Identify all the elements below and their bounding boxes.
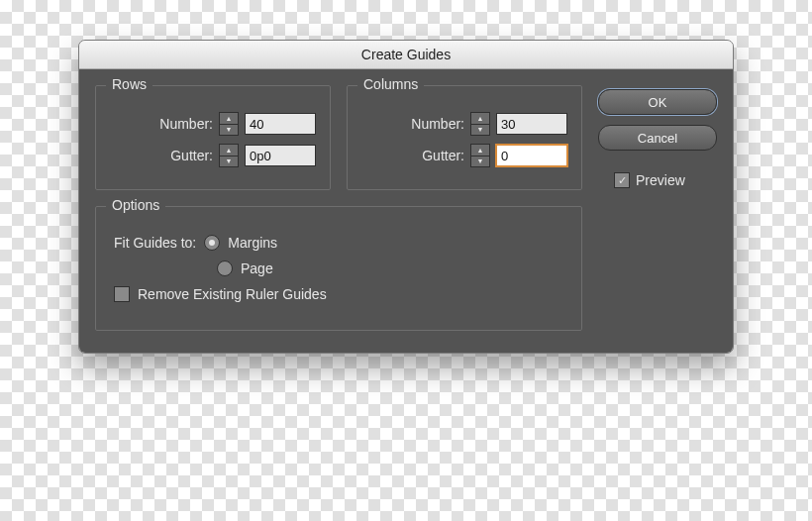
stepper-down-icon[interactable]: ▼ [471, 125, 489, 136]
columns-number-label: Number: [411, 116, 464, 132]
stepper-down-icon[interactable]: ▼ [220, 125, 238, 136]
rows-number-label: Number: [159, 116, 213, 132]
rows-number-input[interactable] [245, 113, 316, 135]
columns-gutter-row: Gutter: ▲ ▼ [361, 144, 567, 167]
stepper-up-icon[interactable]: ▲ [220, 145, 238, 156]
remove-guides-checkbox[interactable] [114, 286, 130, 302]
titlebar: Create Guides [79, 41, 733, 69]
columns-gutter-stepper[interactable]: ▲ ▼ [470, 144, 490, 167]
options-legend: Options [106, 197, 165, 213]
options-group: Options Fit Guides to: Margins Page Remo… [95, 206, 582, 331]
rows-gutter-stepper[interactable]: ▲ ▼ [219, 144, 239, 167]
columns-legend: Columns [357, 76, 424, 92]
page-label[interactable]: Page [241, 260, 273, 276]
columns-number-stepper[interactable]: ▲ ▼ [470, 112, 490, 136]
radio-page[interactable] [217, 260, 233, 276]
fit-page-row: Page [217, 260, 567, 276]
rows-columns-row: Rows Number: ▲ ▼ Gutter: ▲ ▼ [95, 85, 582, 190]
columns-number-input[interactable] [496, 113, 567, 135]
preview-label[interactable]: Preview [636, 172, 685, 188]
dialog-title: Create Guides [361, 47, 451, 62]
fit-guides-row: Fit Guides to: Margins [114, 235, 567, 251]
rows-number-row: Number: ▲ ▼ [110, 112, 316, 136]
stepper-up-icon[interactable]: ▲ [220, 113, 238, 125]
left-column: Rows Number: ▲ ▼ Gutter: ▲ ▼ [95, 85, 582, 331]
remove-guides-label[interactable]: Remove Existing Ruler Guides [138, 286, 327, 302]
create-guides-dialog: Create Guides Rows Number: ▲ ▼ Gutter [78, 40, 734, 354]
stepper-down-icon[interactable]: ▼ [220, 156, 238, 167]
remove-guides-row: Remove Existing Ruler Guides [114, 286, 567, 302]
rows-group: Rows Number: ▲ ▼ Gutter: ▲ ▼ [95, 85, 331, 190]
rows-gutter-label: Gutter: [170, 148, 213, 163]
dialog-body: Rows Number: ▲ ▼ Gutter: ▲ ▼ [79, 69, 733, 353]
stepper-up-icon[interactable]: ▲ [471, 145, 489, 156]
preview-checkbox[interactable]: ✓ [614, 172, 630, 188]
fit-guides-label: Fit Guides to: [114, 235, 196, 251]
stepper-up-icon[interactable]: ▲ [471, 113, 489, 125]
columns-gutter-label: Gutter: [422, 148, 464, 163]
columns-group: Columns Number: ▲ ▼ Gutter: ▲ ▼ [347, 85, 582, 190]
ok-button[interactable]: OK [598, 89, 717, 115]
right-column: OK Cancel ✓ Preview [598, 85, 717, 331]
margins-label[interactable]: Margins [228, 235, 277, 251]
rows-gutter-row: Gutter: ▲ ▼ [110, 144, 316, 167]
rows-gutter-input[interactable] [245, 145, 316, 166]
cancel-label: Cancel [638, 131, 677, 146]
cancel-button[interactable]: Cancel [598, 125, 717, 151]
columns-gutter-input[interactable] [496, 145, 567, 166]
ok-label: OK [649, 95, 667, 110]
radio-margins[interactable] [204, 235, 220, 251]
rows-number-stepper[interactable]: ▲ ▼ [219, 112, 239, 136]
stepper-down-icon[interactable]: ▼ [471, 156, 489, 167]
rows-legend: Rows [106, 76, 152, 92]
preview-row: ✓ Preview [614, 172, 717, 188]
columns-number-row: Number: ▲ ▼ [361, 112, 567, 136]
